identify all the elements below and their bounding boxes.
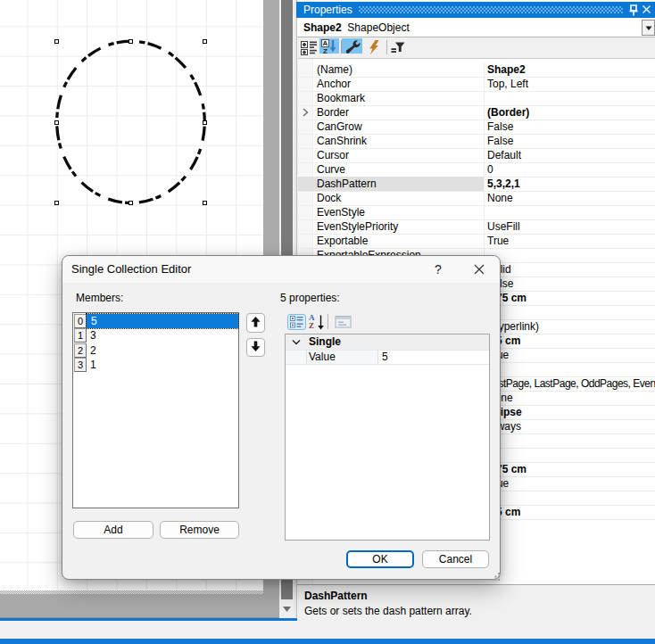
svg-text:Z: Z [323, 47, 328, 54]
